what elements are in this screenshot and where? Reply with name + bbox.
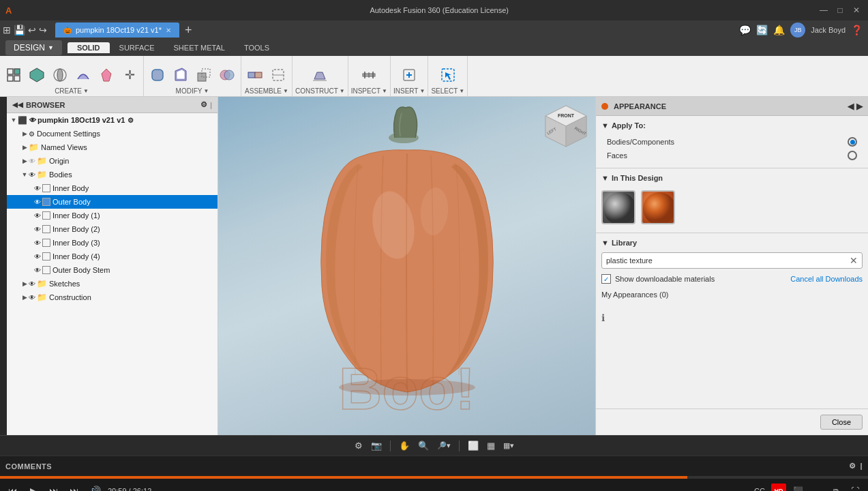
design-button[interactable]: DESIGN ▼ <box>5 40 62 55</box>
browser-item-origin[interactable]: ▶ 👁 📁 Origin <box>7 154 218 168</box>
next-chapter-button[interactable]: ⏭ <box>67 483 82 491</box>
tab-tools[interactable]: TOOLS <box>235 42 279 53</box>
sweep-button[interactable] <box>72 64 94 86</box>
chat-icon[interactable]: 💬 <box>739 25 751 35</box>
browser-item-named-views[interactable]: ▶ 📁 Named Views <box>7 140 218 154</box>
bodies-components-radio[interactable] <box>848 137 857 147</box>
browser-root-item[interactable]: ▼ ⬛ 👁 pumpkin 18Oct19 v21 v1 ⚙ <box>7 113 218 127</box>
construction-arrow-icon[interactable]: ▶ <box>20 294 29 301</box>
search-clear-icon[interactable]: ✕ <box>850 255 858 266</box>
browser-collapse-icon[interactable]: ◀◀ <box>12 101 23 108</box>
subtitles-button[interactable]: CC <box>752 483 767 491</box>
in-this-design-header[interactable]: ▼ In This Design <box>601 174 863 182</box>
library-search-input[interactable] <box>606 256 850 265</box>
theater-button[interactable]: ▬ <box>809 483 824 491</box>
cancel-downloads-link[interactable]: Cancel all Downloads <box>790 275 863 283</box>
browser-item-outer-body[interactable]: 👁 Outer Body <box>7 195 218 209</box>
inner-body-1-eye-icon[interactable]: 👁 <box>34 212 41 220</box>
swatch-metal[interactable] <box>601 190 635 224</box>
close-button[interactable]: Close <box>820 415 863 430</box>
doc-settings-arrow-icon[interactable]: ▶ <box>20 130 29 137</box>
save-view-icon[interactable]: 📷 <box>368 439 385 452</box>
apply-to-header[interactable]: ▼ Apply To: <box>601 121 863 130</box>
progress-bar-container[interactable] <box>0 476 868 479</box>
user-avatar[interactable]: JB <box>790 23 805 38</box>
comments-resize-icon[interactable]: | <box>860 462 863 471</box>
new-tab-button[interactable]: + <box>185 23 192 38</box>
browser-resize-icon[interactable]: | <box>210 101 212 109</box>
browser-item-construction[interactable]: ▶ 👁 📁 Construction <box>7 291 218 304</box>
tab-surface[interactable]: SURFACE <box>110 42 164 53</box>
grid-display-icon[interactable]: ▦ <box>484 439 498 452</box>
extrude-button[interactable] <box>26 64 48 86</box>
play-button[interactable]: ▶ <box>26 483 41 491</box>
bodies-arrow-icon[interactable]: ▼ <box>20 171 29 178</box>
inner-body-3-eye-icon[interactable]: 👁 <box>34 239 41 247</box>
sketches-arrow-icon[interactable]: ▶ <box>20 280 29 287</box>
info-icon[interactable]: ℹ <box>601 312 605 323</box>
bodies-components-radio-row[interactable]: Bodies/Components <box>601 135 863 149</box>
browser-item-inner-body-2[interactable]: 👁 Inner Body (2) <box>7 222 218 236</box>
appearance-options-icon[interactable]: ▶ <box>856 102 863 111</box>
combine-button[interactable] <box>216 64 238 86</box>
skip-forward-button[interactable]: ⏭ <box>46 483 61 491</box>
environment-icon[interactable]: ▦▾ <box>500 440 517 451</box>
library-header[interactable]: ▼ Library <box>601 239 863 247</box>
grid-icon[interactable]: ⊞ <box>3 25 11 35</box>
browser-item-inner-body-4[interactable]: 👁 Inner Body (4) <box>7 250 218 263</box>
sync-icon[interactable]: 🔄 <box>756 25 768 35</box>
skip-back-button[interactable]: ⏮ <box>5 483 20 491</box>
tab-sheet-metal[interactable]: SHEET METAL <box>164 42 235 53</box>
3d-viewport[interactable]: FRONT LEFT RIGHT <box>218 97 595 435</box>
origin-eye-icon[interactable]: 👁 <box>29 158 35 165</box>
pan-icon[interactable]: ✋ <box>396 439 413 452</box>
appearance-expand-icon[interactable]: ◀ <box>848 102 854 111</box>
measure-button[interactable] <box>358 64 380 86</box>
root-item-settings-icon[interactable]: ⚙ <box>128 117 134 124</box>
picture-in-picture-button[interactable]: ⧉ <box>828 483 843 491</box>
save-icon[interactable]: 💾 <box>14 25 25 35</box>
undo-icon[interactable]: ↩ <box>28 25 36 35</box>
browser-item-inner-body[interactable]: 👁 Inner Body <box>7 181 218 195</box>
outer-body-stem-eye-icon[interactable]: 👁 <box>34 267 41 274</box>
fillet-button[interactable] <box>147 64 168 86</box>
user-name[interactable]: Jack Boyd <box>811 26 845 34</box>
tab-solid[interactable]: SOLID <box>68 42 110 53</box>
rigid-group-button[interactable] <box>267 64 289 86</box>
new-component-button[interactable] <box>3 64 25 86</box>
origin-arrow-icon[interactable]: ▶ <box>20 158 29 164</box>
browser-item-inner-body-1[interactable]: 👁 Inner Body (1) <box>7 209 218 222</box>
browser-item-sketches[interactable]: ▶ 👁 📁 Sketches <box>7 277 218 291</box>
root-arrow-icon[interactable]: ▼ <box>10 117 18 123</box>
shell-button[interactable] <box>170 64 192 86</box>
swatch-orange[interactable] <box>641 190 675 224</box>
named-views-arrow-icon[interactable]: ▶ <box>20 144 29 151</box>
sketches-eye-icon[interactable]: 👁 <box>29 280 35 288</box>
notifications-icon[interactable]: 🔔 <box>773 25 785 35</box>
construction-eye-icon[interactable]: 👁 <box>29 294 35 301</box>
maximize-button[interactable]: □ <box>835 5 845 15</box>
faces-radio[interactable] <box>848 151 857 160</box>
revolve-button[interactable] <box>49 64 71 86</box>
select-button[interactable] <box>437 64 459 86</box>
show-downloadable-checkbox[interactable] <box>601 274 611 284</box>
browser-options-icon[interactable]: ⚙ <box>200 100 207 109</box>
settings-icon[interactable]: ⚙ <box>352 439 365 452</box>
zoom-window-icon[interactable]: 🔎▾ <box>434 440 453 451</box>
joint-button[interactable] <box>244 64 266 86</box>
zoom-icon[interactable]: 🔍 <box>415 439 432 452</box>
inner-body-eye-icon[interactable]: 👁 <box>34 185 41 192</box>
browser-item-inner-body-3[interactable]: 👁 Inner Body (3) <box>7 236 218 250</box>
browser-item-bodies[interactable]: ▼ 👁 📁 Bodies <box>7 168 218 181</box>
help-icon[interactable]: ❓ <box>851 25 863 35</box>
inner-body-2-eye-icon[interactable]: 👁 <box>34 226 41 233</box>
tab-close-icon[interactable]: ✕ <box>166 27 171 34</box>
minimize-button[interactable]: — <box>819 5 828 15</box>
active-tab[interactable]: 🎃 pumpkin 18Oct19 v21 v1* ✕ <box>55 23 179 38</box>
scale-button[interactable] <box>193 64 215 86</box>
browser-item-outer-body-stem[interactable]: 👁 Outer Body Stem <box>7 263 218 277</box>
close-button[interactable]: ✕ <box>852 5 861 15</box>
browser-item-doc-settings[interactable]: ▶ ⚙ Document Settings <box>7 127 218 140</box>
redo-icon[interactable]: ↪ <box>39 25 47 35</box>
faces-radio-row[interactable]: Faces <box>601 149 863 162</box>
